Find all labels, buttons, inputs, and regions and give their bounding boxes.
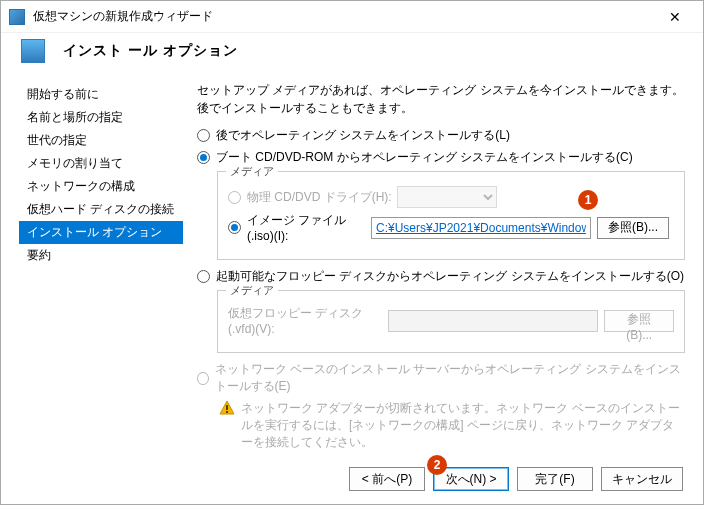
radio-icon (228, 191, 241, 204)
browse-iso-button[interactable]: 参照(B)... (597, 217, 669, 239)
svg-rect-1 (226, 405, 228, 410)
step-install-options[interactable]: インストール オプション (19, 221, 183, 244)
media-group-floppy: メディア 仮想フロッピー ディスク (.vfd)(V): 参照(B)... (217, 290, 685, 353)
radio-icon (197, 372, 209, 385)
window-title: 仮想マシンの新規作成ウィザード (33, 8, 655, 25)
warning-icon (219, 400, 235, 416)
cancel-button[interactable]: キャンセル (601, 467, 683, 491)
prev-button[interactable]: < 前へ(P) (349, 467, 425, 491)
network-warning: ネットワーク アダプターが切断されています。ネットワーク ベースのインストールを… (219, 400, 685, 450)
step-before-begin[interactable]: 開始する前に (19, 83, 183, 106)
group-title: メディア (226, 164, 278, 179)
option-label: 物理 CD/DVD ドライブ(H): (247, 189, 397, 206)
page-header: インスト ール オプション (1, 33, 703, 77)
finish-button[interactable]: 完了(F) (517, 467, 593, 491)
footer-buttons: < 前へ(P) 次へ(N) > 2 完了(F) キャンセル (1, 454, 703, 504)
step-network[interactable]: ネットワークの構成 (19, 175, 183, 198)
callout-1: 1 (578, 190, 598, 210)
step-vhd[interactable]: 仮想ハード ディスクの接続 (19, 198, 183, 221)
group-title: メディア (226, 283, 278, 298)
iso-path-input[interactable] (371, 217, 591, 239)
callout-2: 2 (427, 455, 447, 475)
option-install-later[interactable]: 後でオペレーティング システムをインストールする(L) (197, 127, 685, 144)
browse-vfd-button: 参照(B)... (604, 310, 674, 332)
option-label: 後でオペレーティング システムをインストールする(L) (216, 127, 510, 144)
close-button[interactable]: ✕ (655, 3, 695, 31)
page-title: インスト ール オプション (63, 42, 238, 60)
option-label: ブート CD/DVD-ROM からオペレーティング システムをインストールする(… (216, 149, 633, 166)
wizard-steps-sidebar: 開始する前に 名前と場所の指定 世代の指定 メモリの割り当て ネットワークの構成… (19, 77, 183, 454)
radio-icon (197, 151, 210, 164)
option-install-network: ネットワーク ベースのインストール サーバーからオペレーティング システムをイン… (197, 361, 685, 395)
vfd-path-input (388, 310, 598, 332)
radio-icon (228, 221, 241, 234)
wizard-icon (21, 39, 45, 63)
title-bar: 仮想マシンの新規作成ウィザード ✕ (1, 1, 703, 33)
option-iso-file[interactable]: イメージ ファイル (.iso)(I): 参照(B)... 1 (228, 212, 674, 243)
option-label: 起動可能なフロッピー ディスクからオペレーティング システムをインストールする(… (216, 268, 684, 285)
svg-rect-2 (226, 411, 228, 413)
option-label: ネットワーク ベースのインストール サーバーからオペレーティング システムをイン… (215, 361, 685, 395)
media-group-cd: メディア 物理 CD/DVD ドライブ(H): イメージ ファイル (.iso)… (217, 171, 685, 260)
radio-icon (197, 270, 210, 283)
option-label: 仮想フロッピー ディスク (.vfd)(V): (228, 305, 388, 336)
option-physical-drive: 物理 CD/DVD ドライブ(H): (228, 186, 674, 208)
intro-text: セットアップ メディアがあれば、オペレーティング システムを今インストールできま… (197, 81, 685, 117)
step-summary[interactable]: 要約 (19, 244, 183, 267)
warning-text: ネットワーク アダプターが切断されています。ネットワーク ベースのインストールを… (241, 400, 685, 450)
step-name-location[interactable]: 名前と場所の指定 (19, 106, 183, 129)
radio-icon (197, 129, 210, 142)
physical-drive-combo (397, 186, 497, 208)
app-icon (9, 9, 25, 25)
step-generation[interactable]: 世代の指定 (19, 129, 183, 152)
option-label: イメージ ファイル (.iso)(I): (247, 212, 371, 243)
step-memory[interactable]: メモリの割り当て (19, 152, 183, 175)
option-vfd-file: 仮想フロッピー ディスク (.vfd)(V): 参照(B)... (228, 305, 674, 336)
content-area: セットアップ メディアがあれば、オペレーティング システムを今インストールできま… (183, 77, 685, 454)
